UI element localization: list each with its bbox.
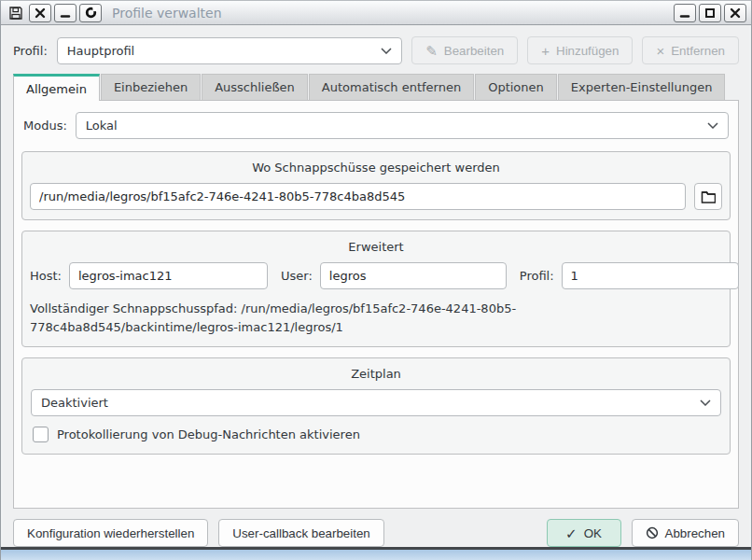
general-tab-panel: Modus: Lokal Wo Schnappschüsse gespeiche… [13, 100, 739, 509]
window-title: Profile verwalten [112, 6, 671, 21]
maximize-icon [704, 7, 716, 19]
minimize-button[interactable] [674, 4, 696, 22]
chevron-down-icon [700, 399, 711, 406]
plus-icon: + [541, 44, 550, 58]
profile-manager-window: Profile verwalten Profil: Hauptprofil ✎ [0, 0, 752, 560]
advanced-title: Erweitert [30, 238, 722, 262]
debug-logging-label: Protokollierung von Debug-Nachrichten ak… [57, 427, 360, 441]
close-icon [730, 7, 741, 19]
close-button[interactable] [724, 4, 746, 22]
browse-folder-button[interactable] [694, 183, 722, 210]
shade-icon [85, 7, 97, 19]
edit-profile-button[interactable]: ✎ Bearbeiten [411, 36, 518, 64]
mode-label: Modus: [23, 119, 67, 133]
tab-ausschliessen[interactable]: Ausschließen [202, 74, 308, 100]
host-label: Host: [30, 269, 62, 283]
folder-icon [701, 190, 716, 203]
debug-logging-checkbox[interactable] [33, 427, 49, 442]
full-snapshot-path: Vollständiger Schnappschusspfad: /run/me… [30, 300, 722, 337]
check-icon: ✓ [565, 526, 578, 540]
edit-user-callback-button[interactable]: User-callback bearbeiten [218, 519, 383, 547]
close-button-left[interactable] [29, 4, 51, 22]
remove-profile-button[interactable]: × Entfernen [642, 36, 739, 64]
chevron-down-icon [381, 48, 392, 54]
shade-button[interactable] [79, 4, 102, 22]
tab-bar: Allgemein Einbeziehen Ausschließen Autom… [13, 74, 739, 100]
tab-allgemein[interactable]: Allgemein [13, 74, 100, 101]
cancel-button[interactable]: Abbrechen [632, 519, 739, 547]
add-profile-label: Hinzufügen [556, 44, 619, 58]
profile-row: Profil: Hauptprofil ✎ Bearbeiten + Hinzu… [13, 36, 739, 64]
profile-select[interactable]: Hauptprofil [57, 37, 402, 64]
snapshot-path-input[interactable] [30, 183, 686, 210]
host-input[interactable] [69, 262, 268, 289]
edit-profile-label: Bearbeiten [444, 44, 504, 58]
snapshot-location-group: Wo Schnappschüsse gespeichert werden [21, 151, 731, 220]
save-icon [6, 4, 26, 22]
tab-automatisch-entfernen[interactable]: Automatisch entfernen [309, 74, 474, 100]
tab-experten-einstellungen[interactable]: Experten-Einstellungen [558, 74, 726, 100]
dialog-content: Profil: Hauptprofil ✎ Bearbeiten + Hinzu… [1, 25, 751, 547]
remove-profile-label: Entfernen [671, 44, 725, 58]
cancel-label: Abbrechen [665, 526, 725, 540]
restore-config-button[interactable]: Konfiguration wiederherstellen [13, 519, 208, 547]
minimize-icon [60, 7, 71, 19]
profile-number-input[interactable] [562, 262, 739, 289]
minimize-icon [679, 7, 690, 19]
snapshot-location-title: Wo Schnappschüsse gespeichert werden [30, 159, 722, 183]
user-label: User: [281, 269, 313, 283]
close-icon [35, 7, 46, 19]
restore-config-label: Konfiguration wiederherstellen [27, 526, 194, 540]
pencil-icon: ✎ [425, 44, 438, 58]
add-profile-button[interactable]: + Hinzufügen [527, 36, 633, 64]
schedule-select-value: Deaktiviert [41, 396, 108, 410]
ok-button[interactable]: ✓ OK [547, 519, 621, 547]
user-input[interactable] [320, 262, 507, 289]
titlebar: Profile verwalten [1, 1, 751, 25]
schedule-select[interactable]: Deaktiviert [31, 389, 721, 416]
tab-einbeziehen[interactable]: Einbeziehen [101, 74, 201, 100]
mode-row: Modus: Lokal [23, 112, 729, 139]
mode-select[interactable]: Lokal [76, 112, 729, 139]
profile-label: Profil: [13, 44, 48, 58]
minimize-button-left[interactable] [54, 4, 77, 22]
window-bottom-frame [1, 547, 751, 560]
ok-label: OK [584, 526, 602, 540]
profile-number-label: Profil: [520, 269, 554, 283]
mode-select-value: Lokal [86, 119, 118, 133]
footer-button-row: Konfiguration wiederherstellen User-call… [13, 519, 739, 547]
cross-icon: × [656, 44, 664, 58]
cancel-icon [646, 526, 659, 539]
tab-optionen[interactable]: Optionen [475, 74, 557, 100]
schedule-title: Zeitplan [30, 365, 722, 389]
profile-select-value: Hauptprofil [67, 44, 134, 58]
edit-user-callback-label: User-callback bearbeiten [232, 526, 369, 540]
chevron-down-icon [707, 122, 718, 129]
schedule-group: Zeitplan Deaktiviert Protokollierung von… [21, 357, 731, 455]
maximize-button[interactable] [699, 4, 721, 22]
advanced-group: Erweitert Host: User: Profil: Vol [21, 231, 731, 347]
frame-blue-strip [1, 550, 751, 560]
